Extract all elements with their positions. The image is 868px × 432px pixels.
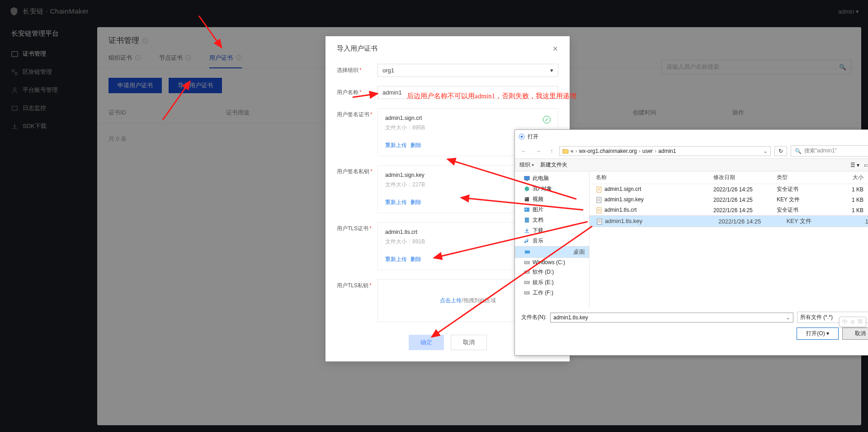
modal-title: 导入用户证书 bbox=[337, 44, 377, 53]
annotation: 后边用户名称不可以用admin1，否则失败，我这里用递增 bbox=[407, 92, 576, 100]
tree-item[interactable]: 文档 bbox=[515, 215, 589, 225]
forward-icon[interactable]: → bbox=[533, 147, 544, 156]
cancel-button[interactable]: 取消 bbox=[451, 335, 487, 350]
ok-button[interactable]: 确定 bbox=[409, 335, 444, 350]
reupload-link[interactable]: 重新上传 bbox=[385, 142, 407, 148]
dialog-search[interactable]: 🔍搜索"admin1" bbox=[791, 145, 868, 157]
delete-link[interactable]: 删除 bbox=[410, 199, 421, 205]
svg-rect-23 bbox=[597, 187, 601, 192]
svg-point-22 bbox=[528, 293, 528, 293]
svg-point-6 bbox=[521, 136, 523, 138]
delete-link[interactable]: 删除 bbox=[410, 142, 421, 148]
tree-item[interactable]: 娱乐 (E:) bbox=[515, 277, 589, 288]
file-row[interactable]: admin1.sign.crt2022/1/26 14:25安全证书1 KB bbox=[590, 184, 868, 195]
delete-link[interactable]: 删除 bbox=[410, 256, 421, 262]
view-icon[interactable]: ☰ ▾ bbox=[850, 162, 859, 168]
check-icon: ✓ bbox=[543, 116, 551, 123]
svg-rect-10 bbox=[525, 198, 526, 199]
svg-rect-7 bbox=[524, 176, 529, 180]
svg-rect-24 bbox=[597, 197, 601, 203]
tree-item[interactable]: 软件 (D:) bbox=[515, 267, 589, 277]
svg-rect-26 bbox=[597, 219, 602, 224]
tree-item[interactable]: 视频 bbox=[515, 194, 589, 204]
svg-point-18 bbox=[528, 272, 528, 272]
svg-rect-11 bbox=[524, 208, 529, 212]
org-select[interactable]: org1▾ bbox=[377, 64, 558, 77]
refresh-icon[interactable]: ↻ bbox=[774, 146, 787, 156]
up-icon[interactable]: ↑ bbox=[547, 147, 556, 156]
file-list[interactable]: 名称 修改日期 类型 大小 admin1.sign.crt2022/1/26 1… bbox=[590, 171, 868, 307]
tree-item[interactable]: Windows (C:) bbox=[515, 258, 589, 267]
tree-item[interactable]: 此电脑 bbox=[515, 173, 589, 184]
ime-indicator: 中⊘简 bbox=[839, 317, 866, 327]
svg-point-12 bbox=[525, 209, 527, 210]
svg-rect-8 bbox=[526, 180, 528, 181]
tree-item[interactable]: 桌面 bbox=[515, 246, 589, 258]
svg-rect-14 bbox=[525, 250, 530, 253]
new-folder[interactable]: 新建文件夹 bbox=[540, 161, 567, 169]
close-icon[interactable]: ✕ bbox=[552, 45, 558, 53]
organize-menu[interactable]: 组织 bbox=[519, 161, 534, 169]
preview-icon[interactable]: ▭ bbox=[864, 162, 868, 168]
filename-input[interactable]: admin1.tls.key⌄ bbox=[550, 313, 793, 323]
svg-rect-13 bbox=[525, 218, 529, 223]
open-button[interactable]: 打开(O) ▾ bbox=[797, 328, 839, 340]
reupload-link[interactable]: 重新上传 bbox=[385, 256, 407, 262]
reupload-link[interactable]: 重新上传 bbox=[385, 199, 407, 205]
svg-point-16 bbox=[528, 262, 528, 262]
tree-item[interactable]: 音乐 bbox=[515, 236, 589, 246]
tree-item[interactable]: 图片 bbox=[515, 204, 589, 215]
tree-item[interactable]: 工作 (F:) bbox=[515, 288, 589, 298]
folder-tree[interactable]: 此电脑3D 对象视频图片文档下载音乐桌面Windows (C:)软件 (D:)娱… bbox=[515, 171, 590, 307]
tree-item[interactable]: 3D 对象 bbox=[515, 184, 589, 194]
back-icon[interactable]: ← bbox=[519, 147, 529, 156]
file-row[interactable]: admin1.tls.key2022/1/26 14:25KEY 文件1 KB bbox=[590, 215, 868, 227]
file-row[interactable]: admin1.sign.key2022/1/26 14:25KEY 文件1 KB bbox=[590, 195, 868, 205]
path-bar[interactable]: «› wx-org1.chainmaker.org› user› admin1 … bbox=[559, 146, 771, 156]
sign-crt-file: admin1.sign.crt bbox=[385, 115, 538, 121]
dialog-cancel-button[interactable]: 取消 bbox=[842, 328, 868, 340]
svg-rect-25 bbox=[597, 208, 601, 213]
file-dialog: 打开 ✕ ← → ↑ «› wx-org1.chainmaker.org› us… bbox=[514, 129, 868, 356]
tree-item[interactable]: 下载 bbox=[515, 225, 589, 236]
dialog-title: 打开 bbox=[519, 133, 538, 141]
file-row[interactable]: admin1.tls.crt2022/1/26 14:25安全证书1 KB bbox=[590, 205, 868, 215]
svg-point-20 bbox=[528, 282, 528, 283]
